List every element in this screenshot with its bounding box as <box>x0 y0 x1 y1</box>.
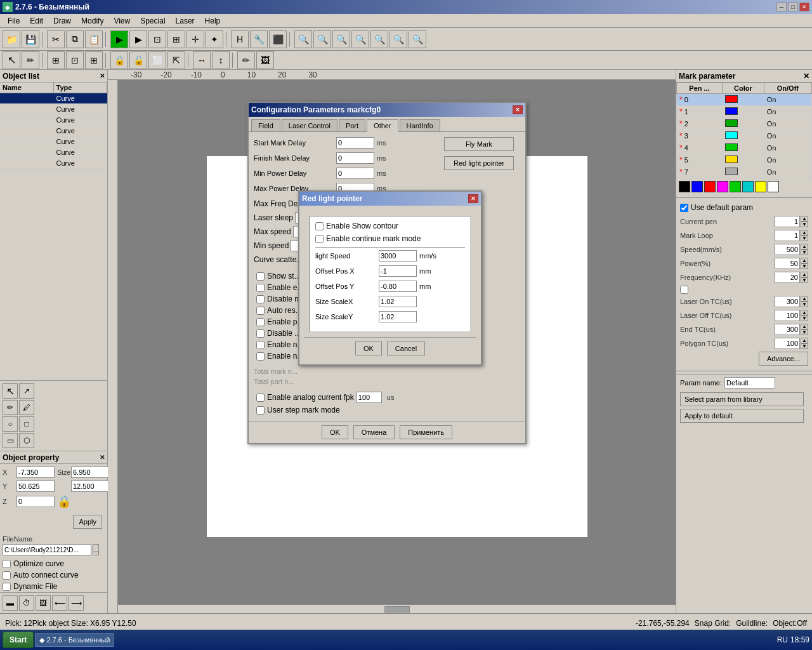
flip-h-btn[interactable]: ↔ <box>193 51 211 69</box>
size-x-input[interactable] <box>71 467 109 478</box>
tool-rect[interactable]: ▭ <box>3 433 18 448</box>
menu-laser[interactable]: Laser <box>171 15 200 27</box>
menu-special[interactable]: Special <box>135 15 170 27</box>
save-btn[interactable]: 💾 <box>22 30 39 48</box>
canvas-content[interactable] <box>118 80 676 613</box>
zoom-prev-btn[interactable]: 🔍 <box>409 30 426 48</box>
dynamic-file-cb[interactable]: Dynamic File <box>0 581 107 592</box>
right-panel-close[interactable]: ✕ <box>803 72 809 81</box>
polygon-tc-up[interactable]: ▲ <box>801 338 808 343</box>
list-item[interactable]: Curve <box>0 158 107 169</box>
laser-off-input[interactable] <box>775 310 800 321</box>
pen-row-2[interactable]: * 2 On <box>677 118 812 130</box>
auto-connect-cb[interactable]: Auto connect curve <box>0 569 107 581</box>
tool-img2[interactable]: 🖼 <box>36 595 51 611</box>
menu-file[interactable]: File <box>3 15 25 27</box>
tool-arrow[interactable]: ↖ <box>3 383 18 399</box>
pen-row-4[interactable]: * 4 On <box>677 142 812 154</box>
pen-row-7[interactable]: * 7 On <box>677 166 812 178</box>
color-green[interactable] <box>730 181 741 192</box>
open-btn[interactable]: 📁 <box>3 30 20 48</box>
power-input[interactable] <box>775 258 800 269</box>
optimize-curve-cb[interactable]: Optimize curve <box>0 558 107 569</box>
end-tc-input[interactable] <box>775 324 800 335</box>
play-btn[interactable]: ▶ <box>129 30 147 48</box>
polygon-tc-input[interactable] <box>775 338 800 349</box>
filename-input[interactable] <box>3 544 91 555</box>
copy-btn[interactable]: ⧉ <box>66 30 84 48</box>
laser-on-input[interactable] <box>775 296 800 307</box>
zoom-in-btn[interactable]: 🔍 <box>294 30 312 48</box>
color-yellow[interactable] <box>755 181 766 192</box>
power-down[interactable]: ▼ <box>801 263 808 269</box>
color-magenta[interactable] <box>717 181 728 192</box>
tool-arrow4[interactable]: ⟶ <box>69 595 84 611</box>
list-item[interactable]: Curve <box>0 126 107 136</box>
cut-btn[interactable]: ✂ <box>47 30 65 48</box>
lock-icon[interactable]: 🔒 <box>57 494 109 508</box>
speed-input[interactable] <box>775 244 800 255</box>
power-up[interactable]: ▲ <box>801 258 808 263</box>
frame-btn[interactable]: ⬜ <box>148 51 166 69</box>
tool-arrow3[interactable]: ⟵ <box>52 595 67 611</box>
image-btn[interactable]: 🖼 <box>256 51 274 69</box>
menu-help[interactable]: Help <box>200 15 226 27</box>
color-white[interactable] <box>768 181 779 192</box>
mark-loop-up[interactable]: ▲ <box>801 230 808 235</box>
z-input[interactable] <box>16 496 55 507</box>
tool-pen[interactable]: 🖊 <box>19 400 34 415</box>
frequency-down[interactable]: ▼ <box>801 277 808 283</box>
zoom-in2-btn[interactable]: 🔍 <box>313 30 331 48</box>
laser-on-down[interactable]: ▼ <box>801 302 808 307</box>
cross-btn[interactable]: ✛ <box>187 30 204 48</box>
minimize-button[interactable]: ─ <box>776 3 787 11</box>
matrix-btn[interactable]: ⊞ <box>85 51 103 69</box>
menu-view[interactable]: View <box>108 15 135 27</box>
list-item[interactable]: Curve <box>0 93 107 104</box>
apply-default-btn[interactable]: Apply to default <box>680 409 804 423</box>
dotarray-btn[interactable]: ⊡ <box>66 51 84 69</box>
flip-v-btn[interactable]: ↕ <box>212 51 230 69</box>
select-param-btn[interactable]: Select param from library <box>680 392 804 406</box>
use-default-checkbox[interactable] <box>680 204 688 212</box>
tool-circle[interactable]: ○ <box>3 416 18 432</box>
size-y-input[interactable] <box>71 481 109 492</box>
pen-row-1[interactable]: * 1 On <box>677 106 812 118</box>
zoom-fit-btn[interactable]: 🔍 <box>332 30 350 48</box>
color-red[interactable] <box>704 181 716 192</box>
pencil-btn[interactable]: ✏ <box>237 51 255 69</box>
taskbar-app-item[interactable]: ◆ 2.7.6 - Безымянный <box>35 633 114 647</box>
end-tc-up[interactable]: ▲ <box>801 324 808 329</box>
restore-button[interactable]: □ <box>788 3 798 11</box>
canvas-workspace[interactable] <box>207 156 587 537</box>
param-name-input[interactable] <box>724 377 775 388</box>
mark-loop-input[interactable] <box>775 230 800 241</box>
zoom-box-btn[interactable]: 🔍 <box>390 30 407 48</box>
start-button[interactable]: Start <box>3 632 34 648</box>
close-button[interactable]: ✕ <box>799 3 809 11</box>
current-pen-down[interactable]: ▼ <box>801 222 808 227</box>
menu-edit[interactable]: Edit <box>25 15 48 27</box>
laser-off-up[interactable]: ▲ <box>801 310 808 315</box>
color-cyan[interactable] <box>742 181 754 192</box>
mark-loop-down[interactable]: ▼ <box>801 235 808 241</box>
menu-modify[interactable]: Modify <box>76 15 108 27</box>
laser-on-up[interactable]: ▲ <box>801 296 808 302</box>
tool-barcode[interactable]: ▬ <box>3 595 18 611</box>
dotted-btn[interactable]: ⊡ <box>148 30 166 48</box>
list-item[interactable]: Curve <box>0 147 107 158</box>
tc-checkbox[interactable] <box>680 286 688 294</box>
transform-btn[interactable]: ⇱ <box>167 51 185 69</box>
apply-btn[interactable]: Apply <box>73 515 102 529</box>
property-close[interactable]: ✕ <box>100 454 105 461</box>
pen-row-0[interactable]: * 0 On <box>677 94 812 106</box>
current-pen-input[interactable] <box>775 216 800 227</box>
paste-btn[interactable]: 📋 <box>85 30 103 48</box>
speed-down[interactable]: ▼ <box>801 249 808 255</box>
current-pen-up[interactable]: ▲ <box>801 216 808 222</box>
filename-browse-btn[interactable]: ... <box>93 544 99 555</box>
mark-btn[interactable]: H <box>231 30 249 48</box>
end-tc-down[interactable]: ▼ <box>801 329 808 335</box>
object-list-close[interactable]: ✕ <box>100 72 105 79</box>
list-item[interactable]: Curve <box>0 104 107 115</box>
